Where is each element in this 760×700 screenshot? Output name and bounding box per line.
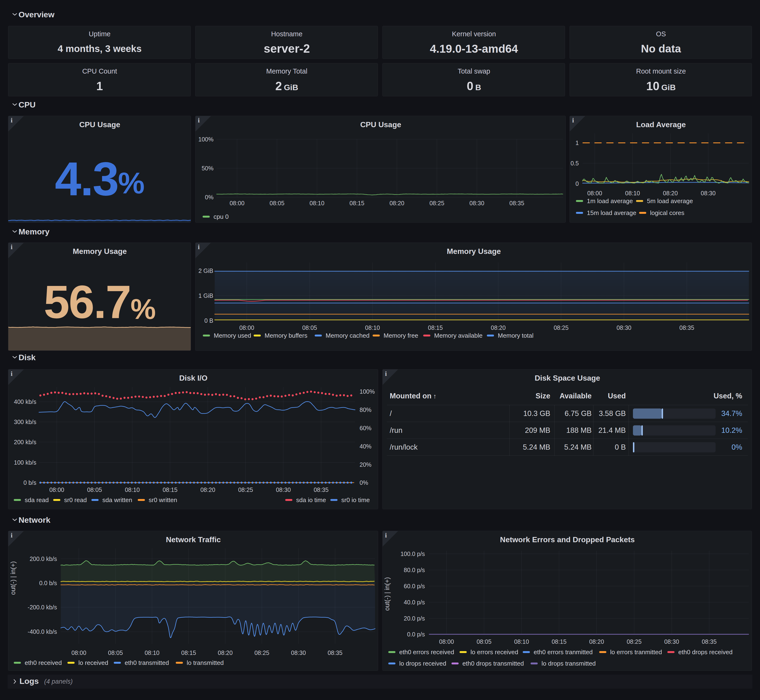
svg-text:lo drops received: lo drops received xyxy=(399,660,446,667)
svg-text:200.0 kb/s: 200.0 kb/s xyxy=(30,555,57,562)
svg-text:08:20: 08:20 xyxy=(390,200,404,206)
svg-text:cpu 0: cpu 0 xyxy=(213,213,229,220)
svg-text:40.0 p/s: 40.0 p/s xyxy=(404,599,425,606)
svg-text:08:30: 08:30 xyxy=(617,324,632,331)
svg-text:/: / xyxy=(390,409,392,418)
svg-text:08:25: 08:25 xyxy=(429,200,444,206)
svg-text:out(-) | in(+): out(-) | in(+) xyxy=(9,561,17,595)
svg-text:08:00: 08:00 xyxy=(72,650,86,656)
svg-text:08:00: 08:00 xyxy=(439,638,454,645)
svg-text:08:15: 08:15 xyxy=(163,486,178,493)
svg-text:0.0 p/s: 0.0 p/s xyxy=(407,631,425,638)
svg-text:6.75 GB: 6.75 GB xyxy=(564,409,592,418)
svg-text:200 kb/s: 200 kb/s xyxy=(14,439,36,445)
svg-text:08:00: 08:00 xyxy=(240,324,254,331)
svg-text:08:15: 08:15 xyxy=(552,638,567,645)
svg-text:eth0 drops received: eth0 drops received xyxy=(678,648,732,656)
svg-text:lo errors tranmitted: lo errors tranmitted xyxy=(610,648,662,656)
svg-text:sda read: sda read xyxy=(25,497,49,503)
svg-text:0.0 b/s: 0.0 b/s xyxy=(39,580,57,586)
svg-text:08:05: 08:05 xyxy=(270,200,285,206)
svg-text:08:35: 08:35 xyxy=(314,486,329,493)
svg-text:08:05: 08:05 xyxy=(87,486,102,493)
svg-text:5.24 MB: 5.24 MB xyxy=(523,443,550,451)
svg-text:209 MB: 209 MB xyxy=(525,426,550,434)
svg-text:08:30: 08:30 xyxy=(291,650,306,656)
svg-text:10.2%: 10.2% xyxy=(721,426,742,434)
svg-text:188 MB: 188 MB xyxy=(566,426,592,434)
svg-text:0 B: 0 B xyxy=(204,317,213,324)
svg-text:1: 1 xyxy=(575,139,579,146)
svg-text:08:05: 08:05 xyxy=(108,650,123,656)
svg-text:08:10: 08:10 xyxy=(125,486,140,493)
svg-text:sr0 written: sr0 written xyxy=(149,497,177,503)
svg-text:sda written: sda written xyxy=(102,497,132,503)
svg-text:Memory buffers: Memory buffers xyxy=(265,332,307,339)
svg-text:0%: 0% xyxy=(205,194,213,200)
svg-text:/run: /run xyxy=(390,426,402,434)
svg-text:-400.0 kb/s: -400.0 kb/s xyxy=(28,628,57,635)
svg-text:5.24 MB: 5.24 MB xyxy=(564,443,592,451)
svg-text:08:15: 08:15 xyxy=(181,650,196,656)
svg-text:Used, %: Used, % xyxy=(713,392,742,400)
svg-text:08:10: 08:10 xyxy=(625,190,640,197)
svg-text:5m load average: 5m load average xyxy=(647,197,693,205)
svg-text:Memory free: Memory free xyxy=(384,332,418,339)
svg-text:100%: 100% xyxy=(360,388,375,395)
svg-text:08:20: 08:20 xyxy=(218,650,233,656)
svg-text:08:10: 08:10 xyxy=(514,638,529,645)
svg-text:sda io time: sda io time xyxy=(296,497,326,503)
svg-text:08:15: 08:15 xyxy=(349,200,365,206)
svg-text:lo transmitted: lo transmitted xyxy=(186,659,224,666)
svg-text:80.0 p/s: 80.0 p/s xyxy=(404,567,425,573)
svg-text:20%: 20% xyxy=(360,461,371,468)
svg-text:08:35: 08:35 xyxy=(702,638,717,645)
svg-text:08:05: 08:05 xyxy=(302,324,317,331)
svg-text:0 b/s: 0 b/s xyxy=(24,479,36,486)
svg-text:08:30: 08:30 xyxy=(701,190,716,197)
svg-text:34.7%: 34.7% xyxy=(721,409,742,418)
svg-text:lo received: lo received xyxy=(78,659,108,666)
svg-text:08:10: 08:10 xyxy=(145,650,160,656)
svg-text:eth0 errors tranmitted: eth0 errors tranmitted xyxy=(534,648,593,656)
svg-text:Memory used: Memory used xyxy=(214,332,251,339)
svg-text:Available: Available xyxy=(559,392,592,400)
svg-text:eth0 received: eth0 received xyxy=(25,659,62,666)
svg-text:2 GiB: 2 GiB xyxy=(198,267,213,274)
svg-text:60.0 p/s: 60.0 p/s xyxy=(404,583,425,589)
svg-text:sr0 read: sr0 read xyxy=(64,497,87,503)
svg-text:50%: 50% xyxy=(202,165,213,172)
svg-text:eth0 transmitted: eth0 transmitted xyxy=(125,659,169,666)
svg-text:lo drops transmitted: lo drops transmitted xyxy=(542,660,595,667)
svg-text:08:20: 08:20 xyxy=(201,486,215,493)
svg-text:out(-) | in(+): out(-) | in(+) xyxy=(384,577,391,611)
svg-text:08:20: 08:20 xyxy=(663,190,678,197)
svg-text:10.3 GB: 10.3 GB xyxy=(523,409,550,418)
svg-text:08:00: 08:00 xyxy=(230,200,244,206)
svg-text:Mounted on: Mounted on xyxy=(390,392,431,400)
svg-text:20.0 p/s: 20.0 p/s xyxy=(404,615,425,622)
svg-text:08:35: 08:35 xyxy=(509,200,524,206)
svg-text:0.5: 0.5 xyxy=(570,160,579,167)
svg-text:08:25: 08:25 xyxy=(254,650,270,656)
svg-text:/run/lock: /run/lock xyxy=(390,443,418,451)
svg-text:08:30: 08:30 xyxy=(276,486,291,493)
svg-text:Memory total: Memory total xyxy=(498,332,533,339)
svg-text:60%: 60% xyxy=(360,425,371,431)
svg-text:-200.0 kb/s: -200.0 kb/s xyxy=(28,604,57,611)
svg-text:Size: Size xyxy=(536,392,550,400)
svg-text:08:20: 08:20 xyxy=(589,638,604,645)
svg-text:1m load average: 1m load average xyxy=(587,197,633,205)
svg-text:↑: ↑ xyxy=(433,392,437,400)
svg-text:08:10: 08:10 xyxy=(365,324,380,331)
svg-text:08:05: 08:05 xyxy=(477,638,492,645)
svg-text:0%: 0% xyxy=(732,443,742,451)
svg-text:300 kb/s: 300 kb/s xyxy=(14,419,36,425)
svg-text:100 kb/s: 100 kb/s xyxy=(14,459,36,466)
svg-text:21.4 MB: 21.4 MB xyxy=(599,426,626,434)
svg-text:3.58 GB: 3.58 GB xyxy=(599,409,626,418)
svg-text:Memory cached: Memory cached xyxy=(326,332,370,339)
svg-text:08:00: 08:00 xyxy=(587,190,602,197)
svg-text:sr0 io time: sr0 io time xyxy=(341,497,370,503)
svg-text:08:30: 08:30 xyxy=(664,638,679,645)
